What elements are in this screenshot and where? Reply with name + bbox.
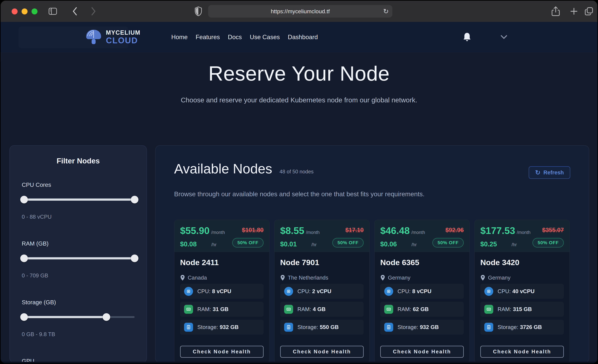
- price-monthly: $46.48: [380, 225, 410, 236]
- new-tab-icon[interactable]: [570, 7, 578, 16]
- nodes-header-row: Available Nodes 48 of 50 nodes: [174, 161, 314, 176]
- node-cards-row: $55.90/month $0.08 /hr $101.80 50% OFF N…: [174, 220, 570, 363]
- page-subtitle: Choose and reserve your dedicated Kubern…: [1, 96, 597, 104]
- cpu-filter-label: CPU Cores: [22, 182, 135, 188]
- location-text: Germany: [488, 274, 511, 281]
- window-bottom-band: [1, 362, 597, 363]
- node-location: Canada: [180, 274, 264, 281]
- ram-label: RAM:: [398, 306, 411, 312]
- nav-item-dashboard[interactable]: Dashboard: [288, 34, 318, 41]
- cpu-label: CPU:: [197, 288, 210, 294]
- cpu-slider-min-handle[interactable]: [20, 196, 28, 203]
- node-location: The Netherlands: [280, 274, 364, 281]
- storage-value: 932 GB: [420, 324, 439, 330]
- minimize-window-button[interactable]: [22, 8, 28, 14]
- check-node-health-button[interactable]: Check Node Health: [180, 346, 264, 358]
- cpu-value: 8 vCPU: [412, 288, 432, 294]
- cpu-icon: [184, 287, 193, 296]
- node-card[interactable]: $8.55/month $0.01 /hr $17.10 50% OFF Nod…: [274, 220, 370, 363]
- site-navbar: MYCELIUM CLOUD Home Features Docs Use Ca…: [1, 22, 597, 52]
- discount-badge: 50% OFF: [332, 238, 364, 248]
- ram-filter-label: RAM (GB): [22, 240, 135, 247]
- reload-icon[interactable]: ↻: [383, 8, 389, 15]
- cpu-slider-max-handle[interactable]: [131, 196, 138, 203]
- storage-spec-row: Storage:3726 GB: [480, 320, 564, 335]
- ram-slider-fill: [22, 257, 135, 259]
- share-icon[interactable]: [551, 6, 560, 17]
- account-chevron-down-icon[interactable]: [500, 34, 508, 40]
- per-month-label: /month: [517, 230, 531, 235]
- traffic-lights: [12, 8, 38, 14]
- screenshot-root: https://myceliumcloud.tf ↻: [0, 0, 598, 364]
- close-window-button[interactable]: [12, 8, 17, 14]
- nav-item-features[interactable]: Features: [196, 34, 220, 41]
- nav-item-home[interactable]: Home: [171, 34, 188, 41]
- ram-label: RAM:: [498, 306, 511, 312]
- url-text: https://myceliumcloud.tf: [271, 8, 330, 15]
- discount-badge: 50% OFF: [232, 238, 264, 248]
- check-node-health-button[interactable]: Check Node Health: [280, 346, 364, 358]
- storage-spec-row: Storage:550 GB: [280, 320, 364, 335]
- ram-value: 62 GB: [413, 306, 429, 312]
- tab-overview-icon[interactable]: [584, 7, 594, 16]
- card-pricing-header: $55.90/month $0.08 /hr $101.80 50% OFF: [174, 220, 269, 252]
- cpu-icon: [284, 287, 293, 296]
- card-pricing-header: $177.53/month $0.25 /hr $355.07 50% OFF: [475, 220, 569, 252]
- node-name: Node 3420: [480, 258, 564, 267]
- price-monthly: $177.53: [480, 225, 515, 236]
- ram-range-slider[interactable]: [22, 255, 135, 262]
- ram-icon: [284, 305, 293, 314]
- zoom-window-button[interactable]: [32, 8, 38, 14]
- per-month-label: /month: [211, 230, 225, 235]
- discount-badge: 50% OFF: [432, 238, 464, 248]
- brand-logo[interactable]: MYCELIUM CLOUD: [84, 27, 141, 47]
- cpu-label: CPU:: [498, 288, 511, 294]
- nodes-heading: Available Nodes: [174, 161, 272, 176]
- nav-item-use-cases[interactable]: Use Cases: [250, 34, 280, 41]
- notifications-bell-icon[interactable]: [462, 32, 472, 42]
- cpu-value: 40 vCPU: [512, 288, 535, 294]
- node-card[interactable]: $46.48/month $0.06 /hr $92.96 50% OFF No…: [374, 220, 470, 363]
- card-body: Node 6365 Germany CPU:8 vCPU: [375, 252, 469, 363]
- storage-slider-max-handle[interactable]: [103, 313, 110, 321]
- original-price: $355.07: [542, 227, 564, 234]
- nav-item-docs[interactable]: Docs: [228, 34, 242, 41]
- privacy-shield-icon[interactable]: [195, 7, 202, 16]
- cpu-value: 2 vCPU: [312, 288, 332, 294]
- cpu-slider-fill: [22, 199, 135, 201]
- storage-range-slider[interactable]: [22, 313, 135, 321]
- location-text: Canada: [188, 274, 207, 281]
- back-icon[interactable]: [72, 7, 78, 16]
- storage-slider-min-handle[interactable]: [20, 313, 28, 321]
- browser-window: https://myceliumcloud.tf ↻: [1, 1, 597, 363]
- card-body: Node 7901 The Netherlands CPU:2 vCPU: [274, 252, 369, 363]
- card-body: Node 2411 Canada CPU:8 vCPU: [174, 252, 269, 363]
- storage-label: Storage:: [197, 324, 218, 330]
- cpu-spec-row: CPU:2 vCPU: [280, 284, 364, 299]
- node-card[interactable]: $55.90/month $0.08 /hr $101.80 50% OFF N…: [174, 220, 270, 363]
- sidebar-icon[interactable]: [49, 8, 57, 15]
- per-month-label: /month: [306, 230, 320, 235]
- filter-heading: Filter Nodes: [22, 157, 135, 165]
- storage-icon: [384, 323, 393, 332]
- cpu-spec-row: CPU:8 vCPU: [180, 284, 264, 299]
- cpu-range-slider[interactable]: [22, 196, 135, 203]
- storage-value: 932 GB: [220, 324, 239, 330]
- ram-slider-max-handle[interactable]: [131, 255, 138, 262]
- filter-panel: Filter Nodes CPU Cores 0 - 88 vCPU RAM (…: [9, 145, 147, 363]
- check-node-health-button[interactable]: Check Node Health: [480, 346, 564, 358]
- address-bar[interactable]: https://myceliumcloud.tf ↻: [208, 5, 392, 17]
- location-pin-icon: [480, 274, 485, 281]
- refresh-button[interactable]: ↻ Refresh: [529, 166, 570, 179]
- forward-icon[interactable]: [90, 7, 97, 16]
- cpu-icon: [484, 287, 493, 296]
- storage-icon: [484, 323, 493, 332]
- ram-value: 31 GB: [213, 306, 229, 312]
- mushroom-logo-icon: [84, 27, 104, 47]
- per-hour-label: /hr: [512, 242, 517, 247]
- check-node-health-button[interactable]: Check Node Health: [380, 346, 464, 358]
- card-body: Node 3420 Germany CPU:40 vCPU: [475, 252, 569, 363]
- node-card[interactable]: $177.53/month $0.25 /hr $355.07 50% OFF …: [474, 220, 570, 363]
- ram-slider-min-handle[interactable]: [20, 255, 28, 262]
- storage-icon: [184, 323, 193, 332]
